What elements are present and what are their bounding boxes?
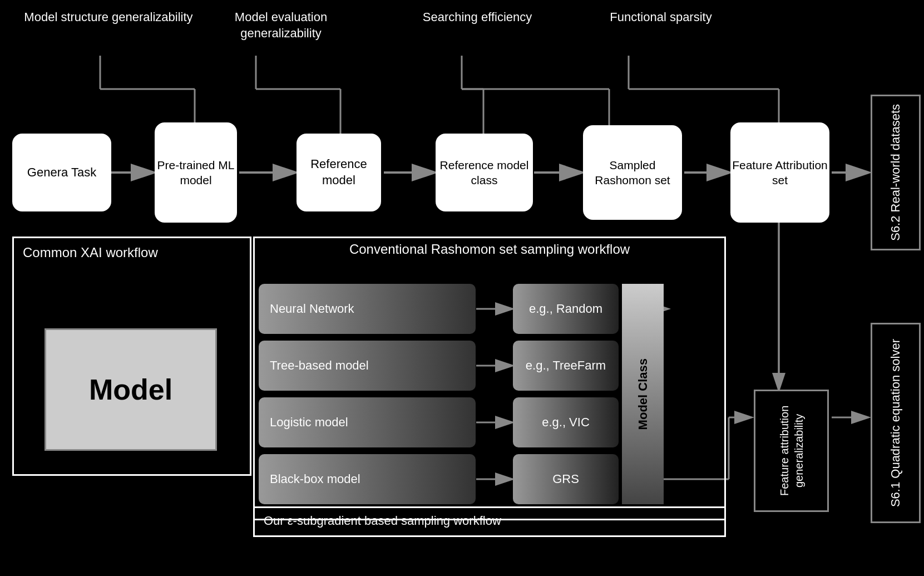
row-grs: GRS xyxy=(513,454,619,504)
bar-model-class: Model Class xyxy=(622,284,664,504)
row-logistic: Logistic model xyxy=(259,397,476,447)
row-eg-vic: e.g., VIC xyxy=(513,397,619,447)
node-reference-model-class: Reference model class xyxy=(436,134,533,211)
row-black-box: Black-box model xyxy=(259,454,476,504)
row-tree-based: Tree-based model xyxy=(259,341,476,391)
box-feat-attr-gen: Feature attribution generalizability xyxy=(754,390,829,512)
diagram: Model structure generalizability Model e… xyxy=(0,0,924,576)
row-eg-treefarm: e.g., TreeFarm xyxy=(513,341,619,391)
node-sampled-rashomon: Sampled Rashomon set xyxy=(583,125,682,220)
label-functional-sparsity: Functional sparsity xyxy=(583,9,739,26)
label-searching-efficiency: Searching efficiency xyxy=(399,9,555,26)
box-real-world: S6.2 Real-world datasets xyxy=(871,95,921,250)
box-model: Model xyxy=(45,328,217,451)
box-s61-quadratic: S6.1 Quadratic equation solver xyxy=(871,323,921,523)
label-conventional-rashomon: Conventional Rashomon set sampling workf… xyxy=(259,240,720,258)
row-neural-network: Neural Network xyxy=(259,284,476,334)
node-genera-task: Genera Task xyxy=(12,134,111,211)
node-pretrained-ml: Pre-trained ML model xyxy=(155,122,237,223)
label-model-evaluation: Model evaluation generalizability xyxy=(195,9,367,41)
row-eg-random: e.g., Random xyxy=(513,284,619,334)
node-reference-model: Reference model xyxy=(297,134,381,211)
node-feature-attribution: Feature Attribution set xyxy=(730,122,829,223)
label-model-structure: Model structure generalizability xyxy=(22,9,195,26)
box-epsilon: Our ε-subgradient based sampling workflo… xyxy=(253,506,726,537)
